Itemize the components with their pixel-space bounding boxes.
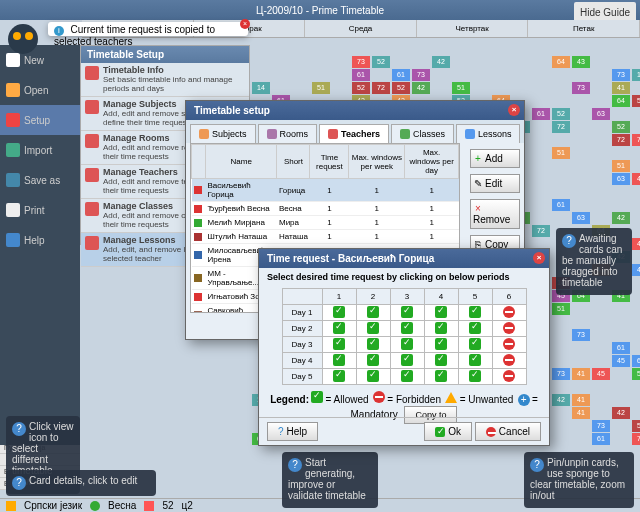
period-cell[interactable] [424, 305, 458, 321]
timetable-card[interactable]: 41 [572, 407, 590, 419]
period-cell[interactable] [458, 369, 492, 385]
setup-item[interactable]: Timetable InfoSet basic timetable info a… [81, 63, 249, 97]
period-cell[interactable] [424, 321, 458, 337]
timetable-card[interactable]: 73 [572, 329, 590, 341]
sidebar-item-print[interactable]: Print [0, 195, 80, 225]
timetable-card[interactable]: 63 [612, 173, 630, 185]
period-cell[interactable] [322, 353, 356, 369]
sidebar-item-setup[interactable]: Setup [0, 105, 80, 135]
period-cell[interactable] [356, 337, 390, 353]
timetable-card[interactable]: 73 [632, 134, 640, 146]
teacher-row[interactable]: Васиљевић ГорицаГорица111 [192, 179, 459, 202]
period-cell[interactable] [356, 321, 390, 337]
timetable-card[interactable]: 51 [552, 147, 570, 159]
timetable-card[interactable]: 72 [612, 134, 630, 146]
timetable-card[interactable]: 72 [372, 82, 390, 94]
timetable-card[interactable]: 41 [572, 368, 590, 380]
timetable-card[interactable]: 42 [412, 82, 430, 94]
timetable-card[interactable]: 52 [352, 82, 370, 94]
timetable-card[interactable]: 52 [612, 121, 630, 133]
timetable-card[interactable]: 61 [552, 199, 570, 211]
timetable-card[interactable]: 43 [572, 56, 590, 68]
period-cell[interactable] [322, 337, 356, 353]
timetable-card[interactable]: 42 [432, 56, 450, 68]
close-icon[interactable]: × [533, 252, 545, 264]
tab-subjects[interactable]: Subjects [190, 124, 256, 143]
period-cell[interactable] [356, 353, 390, 369]
timetable-card[interactable]: 72 [532, 225, 550, 237]
timetable-card[interactable]: 63 [572, 212, 590, 224]
sidebar-item-save-as[interactable]: Save as [0, 165, 80, 195]
timetable-card[interactable]: 73 [552, 368, 570, 380]
timetable-card[interactable]: 73 [572, 82, 590, 94]
remove-button[interactable]: ×Remove [470, 199, 520, 229]
sidebar-item-help[interactable]: Help [0, 225, 80, 255]
timetable-card[interactable]: 64 [612, 95, 630, 107]
edit-button[interactable]: ✎Edit [470, 174, 520, 193]
period-cell[interactable] [322, 305, 356, 321]
sidebar-item-open[interactable]: Open [0, 75, 80, 105]
timetable-card[interactable]: 41 [612, 82, 630, 94]
sidebar-item-import[interactable]: Import [0, 135, 80, 165]
timetable-card[interactable]: 41 [572, 394, 590, 406]
timetable-card[interactable]: 14 [252, 82, 270, 94]
timetable-card[interactable]: 45 [592, 368, 610, 380]
timetable-card[interactable]: 51 [552, 303, 570, 315]
timetable-card[interactable]: 45 [632, 173, 640, 185]
period-cell[interactable] [390, 321, 424, 337]
period-cell[interactable] [458, 305, 492, 321]
period-cell[interactable] [458, 337, 492, 353]
col-header[interactable]: Max. windows per week [349, 145, 405, 179]
timetable-card[interactable]: 61 [392, 69, 410, 81]
period-cell[interactable] [356, 305, 390, 321]
timetable-card[interactable]: 73 [592, 420, 610, 432]
period-cell[interactable] [322, 321, 356, 337]
period-cell[interactable] [492, 305, 526, 321]
timetable-card[interactable]: 45 [632, 238, 640, 250]
teacher-row[interactable]: Ђурђевић ВеснаВесна111 [192, 202, 459, 216]
period-cell[interactable] [458, 321, 492, 337]
period-cell[interactable] [390, 353, 424, 369]
time-request-grid[interactable]: 123456Day 1Day 2Day 3Day 4Day 5 [282, 288, 527, 385]
timetable-card[interactable]: 63 [632, 355, 640, 367]
timetable-card[interactable]: 51 [612, 160, 630, 172]
period-cell[interactable] [492, 337, 526, 353]
timetable-card[interactable]: 42 [612, 212, 630, 224]
period-cell[interactable] [390, 369, 424, 385]
tab-teachers[interactable]: Teachers [319, 124, 389, 143]
timetable-card[interactable]: 72 [552, 121, 570, 133]
timetable-card[interactable]: 45 [612, 355, 630, 367]
period-cell[interactable] [424, 353, 458, 369]
tab-lessons[interactable]: Lessons [456, 124, 521, 143]
timetable-card[interactable]: 73 [412, 69, 430, 81]
help-button[interactable]: ?Help [267, 422, 318, 441]
timetable-card[interactable]: 52 [372, 56, 390, 68]
timetable-card[interactable]: 14 [632, 69, 640, 81]
close-icon[interactable]: × [240, 19, 250, 29]
period-cell[interactable] [492, 369, 526, 385]
timetable-card[interactable]: 61 [592, 433, 610, 445]
period-cell[interactable] [424, 369, 458, 385]
period-cell[interactable] [492, 321, 526, 337]
timetable-card[interactable]: 73 [632, 433, 640, 445]
col-header[interactable]: Name [206, 145, 277, 179]
cancel-button[interactable]: Cancel [475, 422, 541, 441]
close-icon[interactable]: × [508, 104, 520, 116]
timetable-card[interactable]: 52 [552, 108, 570, 120]
timetable-card[interactable]: 42 [552, 394, 570, 406]
col-header[interactable]: Short [277, 145, 310, 179]
timetable-card[interactable]: 73 [352, 56, 370, 68]
ok-button[interactable]: Ok [424, 422, 472, 441]
tab-rooms[interactable]: Rooms [258, 124, 318, 143]
add-button[interactable]: +Add [470, 149, 520, 168]
timetable-card[interactable]: 52 [632, 95, 640, 107]
timetable-card[interactable]: 45 [632, 264, 640, 276]
timetable-card[interactable]: 51 [312, 82, 330, 94]
timetable-card[interactable]: 63 [592, 108, 610, 120]
col-header[interactable]: Max. windows per day [405, 145, 459, 179]
period-cell[interactable] [492, 353, 526, 369]
period-cell[interactable] [322, 369, 356, 385]
timetable-card[interactable]: 64 [552, 56, 570, 68]
timetable-card[interactable]: 42 [612, 407, 630, 419]
teacher-row[interactable]: Штулић НаташаНаташа111 [192, 230, 459, 244]
